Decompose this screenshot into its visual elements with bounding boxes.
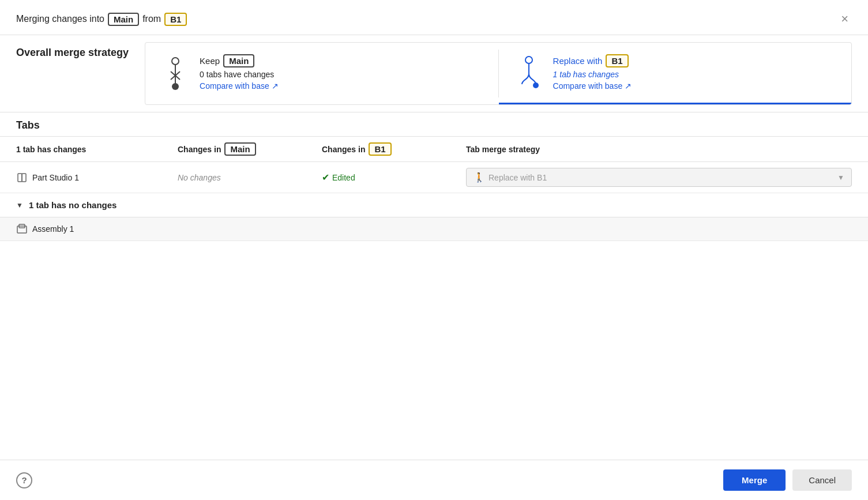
replace-action: Replace with [553,56,603,66]
assembly-row: Assembly 1 [0,217,868,241]
edited-label: Edited [332,173,355,182]
no-changes-collapsible[interactable]: ▼ 1 tab has no changes [0,193,868,217]
person-icon: 🚶 [474,172,485,183]
dropdown-arrow-icon: ▼ [837,174,844,182]
col4-header: Tab merge strategy [466,142,852,156]
no-changes-header: 1 tab has no changes [29,200,117,210]
svg-point-7 [533,82,539,88]
row-name-cell: Part Studio 1 [16,172,178,183]
col3-prefix: Changes in [322,145,365,154]
footer-actions: Merge Cancel [723,469,852,491]
svg-point-0 [172,58,179,65]
keep-branch-svg [164,54,187,91]
assembly-svg [16,223,28,235]
main-branch-badge: Main [108,13,139,26]
merge-dialog: Merging changes into Main from B1 × Over… [0,0,868,500]
replace-card-title: Replace with B1 [553,54,632,67]
assembly-name-cell: Assembly 1 [16,223,178,235]
table-header: 1 tab has changes Changes in Main Change… [0,137,868,162]
merge-button[interactable]: Merge [723,469,786,491]
replace-icon [515,54,543,91]
dialog-title: Merging changes into Main from B1 [16,13,187,26]
strategy-dropdown[interactable]: 🚶 Replace with B1 ▼ [466,168,852,187]
keep-card-title: Keep Main [200,54,279,67]
row-changes-b1: ✔ Edited [322,172,466,183]
tabs-heading-row: Tabs [0,112,868,137]
svg-point-2 [172,83,179,90]
from-text: from [142,14,161,24]
col1-header: 1 tab has changes [16,142,178,156]
cancel-button[interactable]: Cancel [792,469,852,491]
replace-compare-link[interactable]: Compare with base ↗ [553,81,632,91]
table-row: Part Studio 1 No changes ✔ Edited 🚶 Repl… [0,162,868,193]
dialog-footer: ? Merge Cancel [0,460,868,500]
checkmark-icon: ✔ [322,172,329,183]
b1-branch-badge: B1 [164,13,187,26]
help-button[interactable]: ? [16,472,32,488]
overall-strategy-title: Overall merge strategy [0,35,145,66]
col2-prefix: Changes in [178,145,221,154]
row-tab-name: Part Studio 1 [32,173,79,182]
col3-header: Changes in B1 [322,142,466,156]
title-prefix: Merging changes into [16,14,104,24]
replace-b1-card[interactable]: Replace with B1 1 tab has changes Compar… [499,43,851,104]
col2-header: Changes in Main [178,142,322,156]
keep-icon [161,54,189,91]
strategy-value: Replace with B1 [489,173,547,182]
keep-main-badge: Main [223,54,254,67]
assembly-icon [16,223,28,235]
strategy-cards: Keep Main 0 tabs have changes Compare wi… [145,42,852,105]
collapse-arrow-icon: ▼ [16,201,23,209]
tabs-section-title: Tabs [16,119,40,131]
col2-branch-badge: Main [224,142,255,156]
part-studio-icon [16,172,28,183]
close-button[interactable]: × [837,12,852,27]
keep-card-subtitle: 0 tabs have changes [200,70,279,79]
svg-point-5 [525,57,532,63]
keep-compare-link[interactable]: Compare with base ↗ [200,81,279,91]
replace-card-subtitle: 1 tab has changes [553,70,632,79]
assembly-tab-name: Assembly 1 [32,224,74,234]
replace-branch-svg [515,54,543,91]
keep-main-card[interactable]: Keep Main 0 tabs have changes Compare wi… [145,43,498,104]
svg-rect-8 [18,174,22,182]
row-changes-main: No changes [178,173,322,182]
row-strategy-cell[interactable]: 🚶 Replace with B1 ▼ [466,168,852,187]
keep-card-content: Keep Main 0 tabs have changes Compare wi… [200,54,279,91]
tabs-section: Tabs 1 tab has changes Changes in Main C… [0,112,868,460]
replace-card-content: Replace with B1 1 tab has changes Compar… [553,54,632,91]
replace-b1-badge: B1 [606,54,628,67]
keep-action: Keep [200,56,220,66]
dialog-header: Merging changes into Main from B1 × [0,0,868,35]
col3-branch-badge: B1 [369,142,391,156]
svg-rect-9 [22,174,26,182]
part-studio-svg [16,172,28,183]
